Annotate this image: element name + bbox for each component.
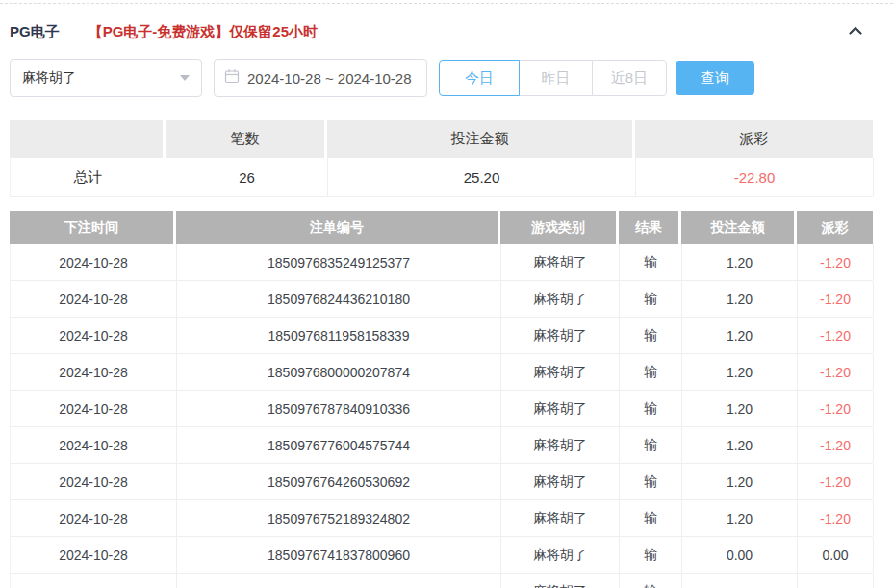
- cell-payout: -1.20: [798, 244, 874, 280]
- cell-game-type: 麻将胡了: [501, 318, 620, 353]
- quick-filter-today-button[interactable]: 今日: [439, 60, 520, 96]
- calendar-icon: [224, 68, 240, 88]
- table-row: 2024-10-28 1850976741837800960 麻将胡了 输 0.…: [10, 537, 873, 574]
- table-row: 2024-10-28 1850976787840910336 麻将胡了 输 1.…: [10, 391, 873, 427]
- cell-bet-time: 2024-10-28: [11, 318, 177, 353]
- summary-total-payout: -22.80: [636, 158, 874, 196]
- search-button[interactable]: 查询: [676, 61, 754, 95]
- cell-result: 输: [620, 281, 682, 317]
- cell-bet-time: 2024-10-28: [11, 427, 177, 463]
- cell-order-id: 1850976787840910336: [177, 391, 501, 426]
- cell-order-id: 1850976752189324802: [177, 500, 501, 536]
- cell-bet-time: 2024-10-28: [11, 537, 177, 573]
- cell-bet-amount: 1.20: [682, 281, 798, 317]
- collapse-button[interactable]: [846, 21, 865, 43]
- filter-toolbar: 麻将胡了 2024-10-28 ~ 2024-10-28 今日 昨日 近8日 查…: [10, 57, 873, 99]
- cell-bet-time: [11, 574, 177, 588]
- announcement-text: 【PG电子-免费游戏】仅保留25小时: [89, 23, 318, 41]
- cell-order-id: 1850976800000207874: [177, 354, 501, 390]
- cell-payout: -1.20: [798, 464, 874, 499]
- header-order-id: 注单编号: [176, 211, 500, 244]
- table-row: 2024-10-28 1850976764260530692 麻将胡了 输 1.…: [10, 464, 873, 500]
- cell-order-id: 1850976764260530692: [177, 464, 501, 499]
- summary-header-payout: 派彩: [635, 120, 873, 158]
- header-game-type: 游戏类别: [500, 211, 619, 244]
- summary-header-count: 笔数: [166, 120, 327, 158]
- cell-order-id: 1850976776004575744: [177, 427, 501, 463]
- game-select[interactable]: 麻将胡了: [10, 59, 202, 97]
- cell-result: 输: [620, 354, 682, 390]
- cell-result: 输: [620, 500, 682, 536]
- panel-header: PG电子 【PG电子-免费游戏】仅保留25小时: [10, 4, 873, 57]
- cell-result: 输: [620, 244, 682, 280]
- cell-payout: -1.20: [798, 318, 874, 353]
- cell-order-id: 1850976741837800960: [177, 537, 501, 573]
- bet-records-table: 下注时间 注单编号 游戏类别 结果 投注金额 派彩 2024-10-28 185…: [10, 211, 873, 588]
- pg-records-panel: PG电子 【PG电子-免费游戏】仅保留25小时 麻将胡了 2024-10-28 …: [10, 4, 873, 588]
- table-row: 2024-10-28 1850976776004575744 麻将胡了 输 1.…: [10, 427, 873, 464]
- cell-result: 输: [620, 318, 682, 353]
- cell-bet-amount: [682, 574, 798, 588]
- summary-total-row: 总计 26 25.20 -22.80: [10, 158, 873, 197]
- cell-bet-amount: 1.20: [682, 500, 798, 536]
- chevron-up-icon: [846, 21, 865, 43]
- cell-game-type: 麻将胡了: [501, 574, 620, 588]
- cell-order-id: 1850976835249125377: [177, 244, 501, 280]
- table-row: 2024-10-28 1850976811958158339 麻将胡了 输 1.…: [10, 318, 873, 354]
- quick-date-button-group: 今日 昨日 近8日: [439, 60, 667, 96]
- cell-payout: -1.20: [798, 391, 874, 426]
- cell-payout: -1.20: [798, 354, 874, 390]
- summary-total-count: 26: [166, 158, 328, 196]
- table-row: 2024-10-28 1850976800000207874 麻将胡了 输 1.…: [10, 354, 873, 391]
- cell-bet-time: 2024-10-28: [11, 464, 177, 499]
- cell-game-type: 麻将胡了: [501, 281, 620, 317]
- cell-game-type: 麻将胡了: [501, 427, 620, 463]
- cell-payout: -1.20: [798, 427, 874, 463]
- cell-bet-amount: 1.20: [682, 464, 798, 499]
- cell-bet-time: 2024-10-28: [11, 354, 177, 390]
- cell-bet-amount: 0.00: [682, 537, 798, 573]
- cell-payout: [798, 574, 874, 588]
- header-payout: 派彩: [797, 211, 873, 244]
- cell-result: 输: [620, 537, 682, 573]
- cell-bet-amount: 1.20: [682, 318, 798, 353]
- cell-game-type: 麻将胡了: [501, 464, 620, 499]
- table-row: 2024-10-28 1850976835249125377 麻将胡了 输 1.…: [10, 244, 873, 281]
- cell-bet-time: 2024-10-28: [11, 391, 177, 426]
- table-header-row: 下注时间 注单编号 游戏类别 结果 投注金额 派彩: [10, 211, 873, 244]
- cell-result: 输: [620, 464, 682, 499]
- game-select-value: 麻将胡了: [22, 69, 76, 87]
- table-row-partial: 麻将胡了 输: [10, 574, 873, 588]
- date-range-value: 2024-10-28 ~ 2024-10-28: [247, 70, 412, 87]
- cell-payout: -1.20: [798, 281, 874, 317]
- cell-order-id: 1850976811958158339: [177, 318, 501, 353]
- cell-bet-amount: 1.20: [682, 354, 798, 390]
- table-row: 2024-10-28 1850976824436210180 麻将胡了 输 1.…: [10, 281, 873, 318]
- cell-result: 输: [620, 427, 682, 463]
- page-title: PG电子: [10, 23, 60, 41]
- cell-game-type: 麻将胡了: [501, 354, 620, 390]
- cell-game-type: 麻将胡了: [501, 391, 620, 426]
- cell-result: 输: [620, 574, 682, 588]
- cell-order-id: [177, 574, 501, 588]
- date-range-input[interactable]: 2024-10-28 ~ 2024-10-28: [214, 59, 427, 97]
- header-result: 结果: [619, 211, 681, 244]
- cell-payout: 0.00: [798, 537, 874, 573]
- cell-bet-amount: 1.20: [682, 391, 798, 426]
- header-bet-time: 下注时间: [10, 211, 176, 244]
- cell-order-id: 1850976824436210180: [177, 281, 501, 317]
- summary-header-blank: [10, 120, 166, 158]
- cell-bet-amount: 1.20: [682, 427, 798, 463]
- quick-filter-last8days-button[interactable]: 近8日: [592, 60, 667, 96]
- cell-game-type: 麻将胡了: [501, 537, 620, 573]
- table-row: 2024-10-28 1850976752189324802 麻将胡了 输 1.…: [10, 500, 873, 537]
- quick-filter-yesterday-button[interactable]: 昨日: [519, 60, 593, 96]
- cell-result: 输: [620, 391, 682, 426]
- cell-game-type: 麻将胡了: [501, 244, 620, 280]
- cell-payout: -1.20: [798, 500, 874, 536]
- summary-header-bet-amount: 投注金额: [327, 120, 635, 158]
- cell-bet-time: 2024-10-28: [11, 500, 177, 536]
- cell-bet-time: 2024-10-28: [11, 244, 177, 280]
- summary-total-bet-amount: 25.20: [328, 158, 636, 196]
- cell-bet-amount: 1.20: [682, 244, 798, 280]
